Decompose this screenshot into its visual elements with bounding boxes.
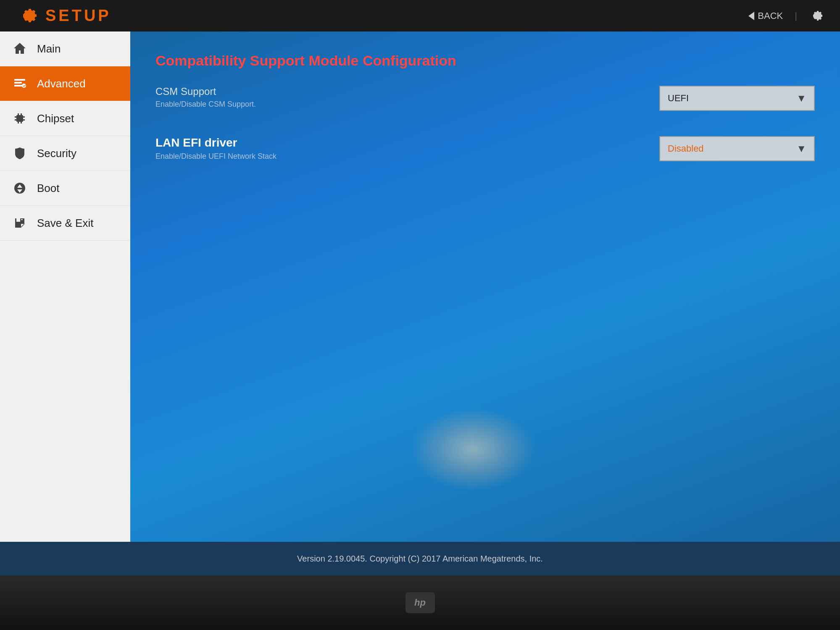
sidebar-label-main: Main bbox=[37, 42, 61, 55]
sidebar-item-main[interactable]: Main bbox=[0, 32, 130, 66]
back-arrow-icon bbox=[748, 12, 754, 20]
svg-rect-11 bbox=[18, 122, 19, 123]
svg-rect-8 bbox=[23, 119, 25, 121]
footer-text: Version 2.19.0045. Copyright (C) 2017 Am… bbox=[297, 554, 543, 564]
svg-rect-7 bbox=[23, 116, 25, 118]
boot-icon bbox=[12, 180, 28, 196]
security-icon bbox=[12, 145, 28, 161]
svg-rect-4 bbox=[16, 115, 23, 122]
back-label: BACK bbox=[758, 10, 783, 21]
lan-efi-driver-description: Enable/Disable UEFI Network Stack bbox=[155, 152, 659, 161]
sidebar-item-chipset[interactable]: Chipset bbox=[0, 101, 130, 136]
sidebar-label-save-exit: Save & Exit bbox=[37, 217, 93, 230]
advanced-icon bbox=[12, 76, 28, 92]
settings-icon-btn[interactable] bbox=[809, 9, 823, 23]
hp-logo: hp bbox=[406, 592, 435, 613]
sidebar-item-advanced[interactable]: Advanced bbox=[0, 66, 130, 101]
csm-support-dropdown-arrow: ▼ bbox=[796, 92, 806, 104]
sidebar-item-save-exit[interactable]: Save & Exit bbox=[0, 206, 130, 241]
page-title: Compatibility Support Module Configurati… bbox=[155, 52, 815, 69]
sidebar-item-boot[interactable]: Boot bbox=[0, 171, 130, 206]
back-button[interactable]: BACK bbox=[748, 10, 783, 21]
lan-efi-driver-label: LAN EFI driver bbox=[155, 136, 659, 150]
footer: Version 2.19.0045. Copyright (C) 2017 Am… bbox=[0, 542, 840, 575]
back-area: BACK | bbox=[748, 9, 823, 23]
sidebar-label-security: Security bbox=[37, 147, 76, 160]
csm-support-control: UEFI ▼ bbox=[659, 86, 815, 111]
setup-gear-icon bbox=[17, 5, 38, 26]
svg-rect-6 bbox=[15, 119, 16, 121]
sidebar: Main Advanced Chipset bbox=[0, 32, 130, 542]
title-area: SETUP bbox=[17, 5, 111, 26]
lan-efi-driver-dropdown[interactable]: Disabled ▼ bbox=[659, 136, 815, 161]
sidebar-label-advanced: Advanced bbox=[37, 77, 86, 90]
lan-efi-driver-row: LAN EFI driver Enable/Disable UEFI Netwo… bbox=[155, 136, 815, 171]
save-exit-icon bbox=[12, 215, 28, 231]
svg-rect-0 bbox=[14, 79, 25, 81]
bezel-bottom: hp bbox=[0, 575, 840, 630]
csm-support-dropdown[interactable]: UEFI ▼ bbox=[659, 86, 815, 111]
chipset-icon bbox=[12, 110, 28, 126]
svg-rect-1 bbox=[14, 82, 22, 84]
lan-efi-driver-control: Disabled ▼ bbox=[659, 136, 815, 161]
lan-efi-driver-value: Disabled bbox=[668, 143, 704, 154]
home-icon bbox=[12, 41, 28, 57]
svg-point-3 bbox=[22, 84, 26, 88]
svg-rect-12 bbox=[21, 122, 22, 123]
sidebar-label-boot: Boot bbox=[37, 182, 60, 195]
svg-rect-5 bbox=[15, 116, 16, 118]
lan-efi-driver-label-area: LAN EFI driver Enable/Disable UEFI Netwo… bbox=[155, 136, 659, 161]
lan-efi-driver-dropdown-arrow: ▼ bbox=[796, 143, 806, 155]
sidebar-label-chipset: Chipset bbox=[37, 112, 74, 125]
svg-rect-10 bbox=[21, 113, 22, 115]
main-layout: Main Advanced Chipset bbox=[0, 32, 840, 542]
csm-support-label-area: CSM Support Enable/Disable CSM Support. bbox=[155, 86, 659, 109]
csm-support-label: CSM Support bbox=[155, 86, 659, 97]
csm-support-value: UEFI bbox=[668, 93, 689, 104]
csm-support-description: Enable/Disable CSM Support. bbox=[155, 100, 659, 109]
content-area: Compatibility Support Module Configurati… bbox=[130, 32, 840, 542]
top-bar: SETUP BACK | bbox=[0, 0, 840, 32]
setup-title: SETUP bbox=[45, 7, 111, 25]
sidebar-item-security[interactable]: Security bbox=[0, 136, 130, 171]
svg-rect-9 bbox=[18, 113, 19, 115]
csm-support-row: CSM Support Enable/Disable CSM Support. … bbox=[155, 86, 815, 121]
